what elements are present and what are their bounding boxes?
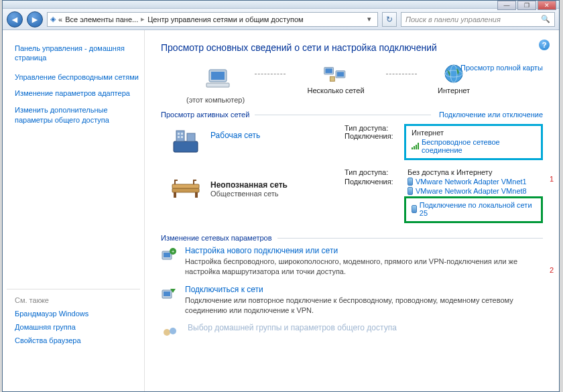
action-2-desc: Подключение или повторное подключение к … <box>185 296 543 316</box>
minimize-button[interactable]: — <box>497 1 516 10</box>
back-button[interactable]: ◄ <box>7 11 23 27</box>
sidebar-home-link[interactable]: Панель управления - домашняя страница <box>15 44 140 63</box>
sidebar-item-wireless[interactable]: Управление беспроводными сетями <box>15 72 140 82</box>
highlight-box-1: Интернет Беспроводное сетевое соединение <box>404 124 543 160</box>
action-connect[interactable]: Подключиться к сети Подключение или повт… <box>161 285 543 316</box>
breadcrumb-dropdown-icon[interactable]: ▾ <box>364 15 375 23</box>
connect-icon <box>161 285 177 316</box>
search-icon: 🔍 <box>541 15 550 23</box>
this-pc-caption: (этот компьютер) <box>161 96 543 104</box>
network-block-2: Неопознанная сеть Общественная сеть Тип … <box>161 167 543 224</box>
svg-rect-1 <box>211 72 225 80</box>
svg-rect-23 <box>164 253 170 257</box>
this-pc-icon <box>205 67 231 90</box>
adapter-icon <box>412 205 417 213</box>
net1-connection-link[interactable]: Беспроводное сетевое соединение <box>412 138 536 154</box>
breadcrumb-part-2[interactable]: Центр управления сетями и общим доступом <box>147 15 303 23</box>
help-icon[interactable]: ? <box>539 40 550 50</box>
homegroup-icon <box>161 323 180 338</box>
maximize-button[interactable]: ❐ <box>517 1 536 10</box>
change-params-header: Изменение сетевых параметров <box>161 234 543 242</box>
net2-lan25-link[interactable]: Подключение по локальной сети 25 <box>412 201 536 217</box>
action-3-title: Выбор домашней группы и параметров общег… <box>188 323 397 332</box>
refresh-button[interactable]: ↻ <box>382 12 397 27</box>
internet-label: Интернет <box>438 86 470 94</box>
multiple-networks-label: Несколько сетей <box>307 86 364 94</box>
net1-access-value: Интернет <box>412 129 536 137</box>
addressbar: ◄ ► ◈ « Все элементы пане... ▸ Центр упр… <box>3 9 559 30</box>
svg-point-29 <box>170 328 176 334</box>
svg-rect-17 <box>181 136 183 138</box>
svg-rect-4 <box>325 68 332 73</box>
net2-vmnet8-link[interactable]: VMware Network Adapter VMnet8 <box>408 187 527 195</box>
seealso-header: См. также <box>15 296 140 304</box>
svg-rect-16 <box>178 136 180 138</box>
net2-access-label: Тип доступа: <box>345 168 408 176</box>
adapter-icon <box>408 178 413 186</box>
forward-button[interactable]: ► <box>27 11 43 27</box>
sidebar: Панель управления - домашняя страница Уп… <box>3 30 145 391</box>
unidentified-network-icon <box>161 167 210 224</box>
svg-rect-21 <box>195 192 198 198</box>
svg-rect-12 <box>176 131 184 141</box>
seealso-browser[interactable]: Свойства браузера <box>15 336 140 344</box>
svg-rect-18 <box>172 188 199 192</box>
net2-conn-label: Подключения: <box>345 178 408 186</box>
seealso-firewall[interactable]: Брандмауэр Windows <box>15 310 140 318</box>
svg-rect-11 <box>174 141 198 152</box>
svg-rect-7 <box>330 76 334 81</box>
net2-access-value: Без доступа к Интернету <box>408 168 493 176</box>
sidebar-item-adapter[interactable]: Изменение параметров адаптера <box>15 88 140 99</box>
action-1-title: Настройка нового подключения или сети <box>185 246 543 255</box>
page-title: Просмотр основных сведений о сети и наст… <box>161 42 543 53</box>
control-panel-window: — ❐ ✕ ◄ ► ◈ « Все элементы пане... ▸ Цен… <box>2 0 560 392</box>
titlebar: — ❐ ✕ <box>3 1 559 9</box>
svg-rect-20 <box>174 192 176 198</box>
svg-point-28 <box>164 329 170 336</box>
highlight-box-2: Подключение по локальной сети 25 <box>404 196 543 223</box>
content: ? Просмотр основных сведений о сети и на… <box>145 30 559 391</box>
breadcrumb-part-1[interactable]: Все элементы пане... <box>65 15 138 23</box>
annotation-1: 1 <box>550 175 554 183</box>
seealso-homegroup[interactable]: Домашняя группа <box>15 323 140 331</box>
action-1-desc: Настройка беспроводного, широкополосного… <box>185 257 543 277</box>
svg-rect-19 <box>172 184 199 188</box>
svg-rect-14 <box>178 133 180 135</box>
close-button[interactable]: ✕ <box>538 1 556 10</box>
net1-conn-label: Подключения: <box>345 132 408 140</box>
wifi-signal-icon <box>412 143 419 149</box>
new-connection-icon: + <box>161 246 177 277</box>
connect-disconnect-link[interactable]: Подключение или отключение <box>439 111 543 119</box>
network-1-name[interactable]: Рабочая сеть <box>210 131 345 140</box>
breadcrumb[interactable]: ◈ « Все элементы пане... ▸ Центр управле… <box>47 12 378 27</box>
adapter-icon <box>408 187 413 195</box>
svg-rect-2 <box>206 83 229 87</box>
action-2-title: Подключиться к сети <box>185 285 543 294</box>
search-input[interactable]: Поиск в панели управления 🔍 <box>401 12 555 27</box>
action-new-connection[interactable]: + Настройка нового подключения или сети … <box>161 246 543 277</box>
svg-rect-27 <box>164 291 170 296</box>
network-2-type: Общественная сеть <box>210 190 345 198</box>
sidebar-item-sharing[interactable]: Изменить дополнительные параметры общего… <box>15 105 140 125</box>
svg-rect-13 <box>187 133 195 141</box>
annotation-2: 2 <box>550 266 554 274</box>
action-homegroup[interactable]: Выбор домашней группы и параметров общег… <box>161 323 543 338</box>
multiple-networks-icon <box>323 62 349 85</box>
search-placeholder: Поиск в панели управления <box>405 15 501 23</box>
view-full-map-link[interactable]: Просмотр полной карты <box>460 64 543 72</box>
svg-rect-15 <box>181 133 183 135</box>
active-networks-header: Просмотр активных сетей Подключение или … <box>161 111 543 119</box>
svg-rect-6 <box>337 72 344 76</box>
net2-vmnet1-link[interactable]: VMware Network Adapter VMnet1 <box>408 178 527 186</box>
net1-access-label: Тип доступа: <box>345 124 404 160</box>
network-2-name: Неопознанная сеть <box>210 180 345 190</box>
network-block-1: Рабочая сеть Тип доступа: 1 Интернет Бес… <box>161 123 543 155</box>
svg-text:+: + <box>172 249 175 255</box>
work-network-icon <box>161 123 210 155</box>
